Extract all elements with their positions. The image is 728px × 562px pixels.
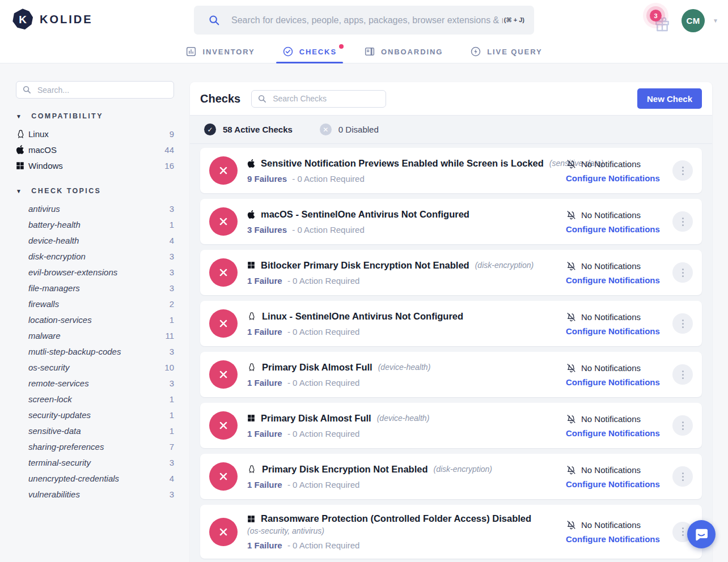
failing-status-icon <box>209 411 238 440</box>
disabled-checks-tab[interactable]: ✕ 0 Disabled <box>320 124 379 135</box>
sidebar-search-input[interactable] <box>36 85 168 95</box>
new-check-button[interactable]: New Check <box>637 88 702 109</box>
card-menu-button[interactable] <box>672 313 693 334</box>
sidebar-item-linux[interactable]: Linux 9 <box>16 126 174 142</box>
global-search-input[interactable] <box>230 15 504 26</box>
chat-widget-button[interactable] <box>687 520 716 548</box>
card-menu-button[interactable] <box>672 262 693 283</box>
topic-label: antivirus <box>16 204 170 214</box>
tab-checks[interactable]: CHECKS <box>281 40 338 63</box>
checks-search-input[interactable] <box>272 93 380 104</box>
failure-count: 1 Failure <box>247 480 282 489</box>
sidebar-topic-item[interactable]: mutli-step-backup-codes 3 <box>16 343 174 359</box>
topic-count: 3 <box>170 347 174 356</box>
sidebar-topic-item[interactable]: vulnerabilities 3 <box>16 486 174 502</box>
sidebar-topic-item[interactable]: battery-health 1 <box>16 216 174 232</box>
failure-count: 1 Failure <box>247 540 282 550</box>
tab-label: ONBOARDING <box>381 48 443 56</box>
checks-search[interactable] <box>251 90 386 108</box>
configure-notifications-link[interactable]: Configure Notifications <box>566 479 662 489</box>
bell-off-icon <box>566 465 577 475</box>
check-card[interactable]: Linux - SentinelOne Antivirus Not Config… <box>200 301 702 346</box>
action-required: - 0 Action Required <box>287 276 360 286</box>
notification-settings: No Notifications Configure Notifications <box>566 414 662 438</box>
svg-text:K: K <box>19 14 27 25</box>
check-card[interactable]: Bitlocker Primary Disk Encryption Not En… <box>200 250 702 295</box>
configure-notifications-link[interactable]: Configure Notifications <box>566 326 662 336</box>
user-avatar[interactable]: CM <box>682 9 705 32</box>
tab-live-query[interactable]: LIVE QUERY <box>468 40 544 63</box>
bell-off-icon <box>566 414 577 424</box>
notification-status: No Notifications <box>581 414 641 424</box>
sidebar-item-windows[interactable]: Windows 16 <box>16 157 174 173</box>
lightning-circle-icon <box>470 46 481 57</box>
topic-count: 10 <box>164 363 174 372</box>
check-card[interactable]: Primary Disk Encryption Not Enabled (dis… <box>200 454 702 499</box>
windows-icon <box>16 161 28 170</box>
topic-label: vulnerabilities <box>16 489 170 499</box>
check-topics-tag: (device-health) <box>377 414 430 423</box>
sidebar-topic-item[interactable]: firewalls 2 <box>16 296 174 312</box>
topic-label: battery-health <box>16 220 170 229</box>
check-card[interactable]: Primary Disk Almost Full (device-health)… <box>200 403 702 448</box>
check-topics-tag: (os-security, antivirus) <box>247 526 566 535</box>
check-card[interactable]: Sensitive Notification Previews Enabled … <box>200 148 702 193</box>
section-compatibility-header[interactable]: ▼ COMPATIBILITY <box>16 112 174 120</box>
check-card[interactable]: Ransomware Protection (Controlled Folder… <box>200 505 702 559</box>
configure-notifications-link[interactable]: Configure Notifications <box>566 275 662 285</box>
sidebar-topic-item[interactable]: sensitive-data 1 <box>16 423 174 438</box>
sidebar-topic-item[interactable]: sharing-preferences 7 <box>16 438 174 454</box>
whats-new-button[interactable]: 3 <box>651 8 674 33</box>
checks-notification-dot <box>339 44 344 49</box>
card-menu-button[interactable] <box>672 466 693 487</box>
action-required: - 0 Action Required <box>292 225 365 235</box>
sidebar-topic-item[interactable]: antivirus 3 <box>16 201 174 216</box>
notification-status: No Notifications <box>581 261 641 271</box>
section-check-topics-header[interactable]: ▼ CHECK TOPICS <box>16 187 174 195</box>
tab-inventory[interactable]: INVENTORY <box>184 40 256 63</box>
topic-label: disk-encryption <box>16 252 170 261</box>
topic-count: 3 <box>170 458 174 467</box>
sidebar-topic-item[interactable]: terminal-security 3 <box>16 454 174 470</box>
action-required: - 0 Action Required <box>287 429 360 438</box>
bell-off-icon <box>566 312 577 322</box>
check-title: Sensitive Notification Previews Enabled … <box>261 158 544 169</box>
card-menu-button[interactable] <box>672 415 693 436</box>
sidebar-topic-item[interactable]: evil-browser-extensions 3 <box>16 264 174 280</box>
tab-onboarding[interactable]: ONBOARDING <box>362 40 445 63</box>
card-menu-button[interactable] <box>672 364 693 385</box>
sidebar-topic-item[interactable]: security-updates 1 <box>16 407 174 423</box>
kolide-logo[interactable]: K KOLIDE <box>12 8 93 30</box>
sidebar-topic-item[interactable]: screen-lock 1 <box>16 391 174 407</box>
filters-sidebar: ▼ COMPATIBILITY Linux 9 macOS 44 <box>0 63 190 562</box>
configure-notifications-link[interactable]: Configure Notifications <box>566 377 662 387</box>
global-search[interactable]: (⌘ + J) <box>194 6 534 35</box>
sidebar-topic-item[interactable]: os-security 10 <box>16 359 174 375</box>
sidebar-topic-item[interactable]: device-health 4 <box>16 232 174 248</box>
sidebar-topic-item[interactable]: unencrypted-credentials 4 <box>16 470 174 486</box>
topic-label: mutli-step-backup-codes <box>16 347 170 356</box>
sidebar-topic-item[interactable]: malware 11 <box>16 327 174 343</box>
check-card[interactable]: macOS - SentinelOne Antivirus Not Config… <box>200 199 702 244</box>
notification-settings: No Notifications Configure Notifications <box>566 210 662 234</box>
sidebar-topic-item[interactable]: location-services 1 <box>16 312 174 327</box>
notification-count-badge: 3 <box>650 10 662 22</box>
linux-icon <box>247 311 256 321</box>
check-card[interactable]: Primary Disk Almost Full (device-health)… <box>200 352 702 397</box>
configure-notifications-link[interactable]: Configure Notifications <box>566 224 662 234</box>
sidebar-topic-item[interactable]: remote-services 3 <box>16 375 174 391</box>
check-circle-icon <box>282 46 294 57</box>
sidebar-search[interactable] <box>16 81 174 99</box>
bar-chart-icon <box>185 46 197 57</box>
configure-notifications-link[interactable]: Configure Notifications <box>566 173 662 183</box>
sidebar-topic-item[interactable]: disk-encryption 3 <box>16 248 174 264</box>
active-checks-tab[interactable]: ✓ 58 Active Checks <box>204 124 293 135</box>
sidebar-topic-item[interactable]: file-managers 3 <box>16 280 174 296</box>
card-menu-button[interactable] <box>672 211 693 232</box>
card-menu-button[interactable] <box>672 160 693 181</box>
configure-notifications-link[interactable]: Configure Notifications <box>566 428 662 438</box>
configure-notifications-link[interactable]: Configure Notifications <box>566 534 662 544</box>
account-menu-chevron-down-icon[interactable]: ▼ <box>713 18 718 24</box>
sidebar-item-macos[interactable]: macOS 44 <box>16 142 174 157</box>
active-checks-icon: ✓ <box>204 124 216 135</box>
